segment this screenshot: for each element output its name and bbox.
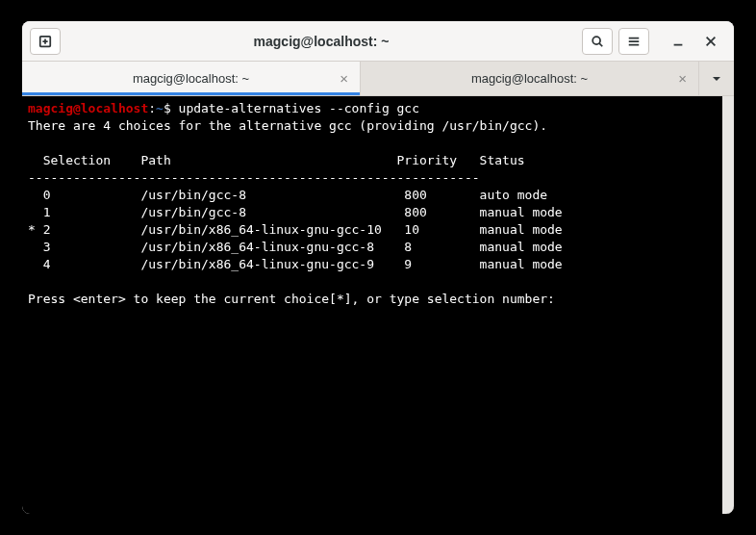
tab-dropdown-button[interactable] (699, 62, 734, 95)
close-icon[interactable]: × (340, 70, 348, 87)
tab-1[interactable]: magcig@localhost: ~ × (22, 62, 361, 95)
output-intro: There are 4 choices for the alternative … (28, 118, 547, 133)
output-footer: Press <enter> to keep the current choice… (28, 292, 555, 306)
window-controls (663, 32, 726, 51)
prompt-colon: : (148, 101, 156, 115)
prompt-user: magcig (28, 101, 73, 115)
titlebar: magcig@localhost: ~ (22, 21, 734, 62)
window-title: magcig@localhost: ~ (66, 34, 576, 49)
minimize-button[interactable] (668, 32, 688, 51)
tab-bar: magcig@localhost: ~ × magcig@localhost: … (22, 62, 734, 96)
search-button[interactable] (582, 28, 613, 55)
table-header: Selection Path Priority Status (28, 153, 525, 167)
tab-label: magcig@localhost: ~ (133, 71, 249, 86)
table-row: 0 /usr/bin/gcc-8 800 auto mode (28, 188, 547, 202)
table-row: 4 /usr/bin/x86_64-linux-gnu-gcc-9 9 manu… (28, 257, 563, 271)
scrollbar[interactable] (722, 96, 734, 514)
table-divider: ----------------------------------------… (28, 170, 480, 185)
command-text: update-alternatives --config gcc (179, 101, 419, 115)
prompt-at: @ (73, 101, 81, 115)
terminal-viewport[interactable]: magcig@localhost:~$ update-alternatives … (22, 96, 734, 514)
svg-line-4 (599, 43, 602, 46)
table-row: 1 /usr/bin/gcc-8 800 manual mode (28, 205, 563, 219)
table-row: 3 /usr/bin/x86_64-linux-gnu-gcc-8 8 manu… (28, 240, 563, 254)
new-tab-button[interactable] (30, 28, 61, 55)
hamburger-menu-button[interactable] (618, 28, 649, 55)
prompt-symbol: $ (164, 101, 179, 115)
tab-2[interactable]: magcig@localhost: ~ × (361, 62, 699, 95)
prompt-host: localhost (81, 101, 148, 115)
prompt-cwd: ~ (156, 101, 164, 115)
close-icon[interactable]: × (678, 70, 687, 87)
terminal-window: magcig@localhost: ~ magcig@localhost: ~ … (22, 21, 734, 514)
svg-point-3 (592, 37, 600, 44)
table-row: * 2 /usr/bin/x86_64-linux-gnu-gcc-10 10 … (28, 222, 563, 237)
close-button[interactable] (701, 32, 720, 51)
tab-label: magcig@localhost: ~ (471, 71, 588, 86)
